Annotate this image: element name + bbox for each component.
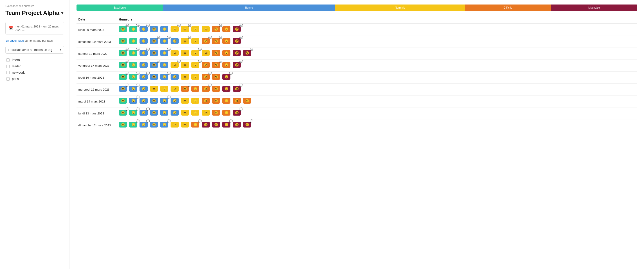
mood-chip[interactable]: 🙂 (119, 38, 127, 44)
mood-wrapper[interactable]: 😐 (202, 50, 210, 56)
mood-chip[interactable]: 🙂 (140, 62, 148, 68)
mood-chip[interactable]: 🙁 (222, 86, 230, 92)
mood-wrapper[interactable]: 🙂 (119, 38, 127, 44)
mood-wrapper[interactable]: 🙁 (222, 110, 230, 116)
mood-chip[interactable]: 🙁 (222, 26, 230, 32)
mood-wrapper[interactable]: 😐 (181, 110, 189, 116)
mood-wrapper[interactable]: 😐 (170, 122, 179, 128)
mood-wrapper[interactable]: 🙂💬 (140, 26, 148, 32)
mood-chip[interactable]: 🙁 (243, 98, 251, 104)
mood-wrapper[interactable]: 🙁 (243, 98, 251, 104)
mood-wrapper[interactable]: 🙁💬 (212, 26, 220, 32)
mood-wrapper[interactable]: 😐 (160, 86, 168, 92)
mood-wrapper[interactable]: 🙂 (129, 62, 137, 68)
mood-chip[interactable]: 🙂 (150, 122, 158, 128)
mood-wrapper[interactable]: 🙂💬 (129, 110, 137, 116)
mood-chip[interactable]: 🙁 (202, 122, 210, 128)
mood-chip[interactable]: 😐 (191, 38, 199, 44)
mood-wrapper[interactable]: 😐 (170, 86, 179, 92)
mood-wrapper[interactable]: 😐 (191, 74, 199, 80)
mood-wrapper[interactable]: 🙁 (222, 38, 230, 44)
mood-wrapper[interactable]: 🙂 (170, 74, 179, 80)
mood-wrapper[interactable]: 😐 (181, 62, 189, 68)
mood-wrapper[interactable]: 🙂 (150, 110, 158, 116)
mood-chip[interactable]: 🙂 (170, 74, 179, 80)
mood-wrapper[interactable]: 🙂💬 (129, 50, 137, 56)
mood-chip[interactable]: 🙁 (233, 50, 241, 56)
mood-wrapper[interactable]: 🙁 (212, 86, 220, 92)
mood-wrapper[interactable]: 😐 (191, 26, 199, 32)
mood-wrapper[interactable]: 🙁💬 (243, 122, 251, 128)
mood-wrapper[interactable]: 😐💬 (191, 62, 199, 68)
mood-chip[interactable]: 🙁 (233, 98, 241, 104)
mood-wrapper[interactable]: 🙁 (191, 86, 199, 92)
mood-wrapper[interactable]: 🙂 (170, 98, 179, 104)
mood-wrapper[interactable]: 😐 (170, 50, 179, 56)
mood-chip[interactable]: 🙂 (140, 98, 148, 104)
mood-wrapper[interactable]: 🙂💬 (140, 50, 148, 56)
tag-checkbox[interactable] (6, 71, 10, 74)
date-range-picker[interactable]: 📅 mer. 01 mars. 2023 - lun. 20 mars. 202… (6, 22, 64, 35)
mood-wrapper[interactable]: 🙂💬 (119, 110, 127, 116)
mood-chip[interactable]: 😐 (170, 50, 179, 56)
mood-wrapper[interactable]: 🙂💬 (160, 50, 168, 56)
mood-chip[interactable]: 😐 (181, 74, 189, 80)
mood-wrapper[interactable]: 🙁💬 (233, 26, 241, 32)
mood-wrapper[interactable]: 🙁💬 (202, 38, 210, 44)
mood-wrapper[interactable]: 🙂💬 (140, 122, 148, 128)
mood-chip[interactable]: 🙁 (191, 86, 199, 92)
mood-wrapper[interactable]: 🙁💬 (233, 62, 241, 68)
mood-chip[interactable]: 😐 (191, 74, 199, 80)
mood-wrapper[interactable]: 🙂 (170, 38, 179, 44)
mood-chip[interactable]: 🙂 (119, 98, 127, 104)
mood-wrapper[interactable]: 🙁💬 (243, 50, 251, 56)
mood-wrapper[interactable]: 😐 (150, 86, 158, 92)
mood-wrapper[interactable]: 😐 (202, 110, 210, 116)
mood-chip[interactable]: 🙁 (222, 50, 230, 56)
mood-wrapper[interactable]: 🙂💬 (160, 38, 168, 44)
tag-checkbox[interactable] (6, 77, 10, 81)
mood-chip[interactable]: 🙁 (212, 110, 220, 116)
tag-checkbox[interactable] (6, 65, 10, 68)
mood-wrapper[interactable]: 🙁💬 (222, 122, 230, 128)
mood-chip[interactable]: 🙂 (170, 110, 179, 116)
mood-wrapper[interactable]: 🙁💬 (202, 74, 210, 80)
mood-chip[interactable]: 🙂 (170, 98, 179, 104)
mood-wrapper[interactable]: 🙂 (170, 110, 179, 116)
mood-wrapper[interactable]: 🙂💬 (160, 98, 168, 104)
mood-wrapper[interactable]: 🙂💬 (129, 98, 137, 104)
mood-chip[interactable]: 🙁 (212, 98, 220, 104)
mood-wrapper[interactable]: 🙁💬 (202, 86, 210, 92)
mood-chip[interactable]: 😐 (160, 86, 168, 92)
mood-wrapper[interactable]: 🙁 (222, 62, 230, 68)
mood-wrapper[interactable]: 😐 (191, 110, 199, 116)
mood-wrapper[interactable]: 🙁 (212, 98, 220, 104)
mood-chip[interactable]: 🙂 (170, 38, 179, 44)
mood-wrapper[interactable]: 🙁 (202, 62, 210, 68)
mood-wrapper[interactable]: 🙂💬 (119, 62, 127, 68)
learn-more-link[interactable]: En savoir plus (6, 39, 24, 42)
mood-wrapper[interactable]: 🙁 (222, 98, 230, 104)
mood-wrapper[interactable]: 🙁 (233, 98, 241, 104)
mood-wrapper[interactable]: 😐 (191, 38, 199, 44)
mood-chip[interactable]: 🙁 (202, 62, 210, 68)
mood-wrapper[interactable]: 🙂💬 (140, 74, 148, 80)
mood-chip[interactable]: 😐 (150, 86, 158, 92)
mood-chip[interactable]: 😐 (191, 98, 199, 104)
mood-wrapper[interactable]: 🙁💬 (233, 38, 241, 44)
mood-wrapper[interactable]: 😐 (202, 26, 210, 32)
mood-wrapper[interactable]: 🙂💬 (129, 122, 137, 128)
mood-chip[interactable]: 🙂 (160, 26, 168, 32)
mood-wrapper[interactable]: 🙂💬 (119, 74, 127, 80)
mood-chip[interactable]: 🙂 (150, 98, 158, 104)
mood-chip[interactable]: 🙂 (129, 62, 137, 68)
tag-checkbox[interactable] (6, 58, 10, 62)
mood-wrapper[interactable]: 🙂 (160, 110, 168, 116)
mood-wrapper[interactable]: 🙁 (202, 98, 210, 104)
mood-wrapper[interactable]: 🙂💬 (119, 86, 127, 92)
mood-chip[interactable]: 😐 (170, 122, 179, 128)
mood-wrapper[interactable]: 🙁💬 (233, 110, 241, 116)
mood-wrapper[interactable]: 🙁💬 (191, 122, 199, 128)
mood-wrapper[interactable]: 😐💬 (181, 38, 189, 44)
mood-chip[interactable]: 🙁 (202, 98, 210, 104)
